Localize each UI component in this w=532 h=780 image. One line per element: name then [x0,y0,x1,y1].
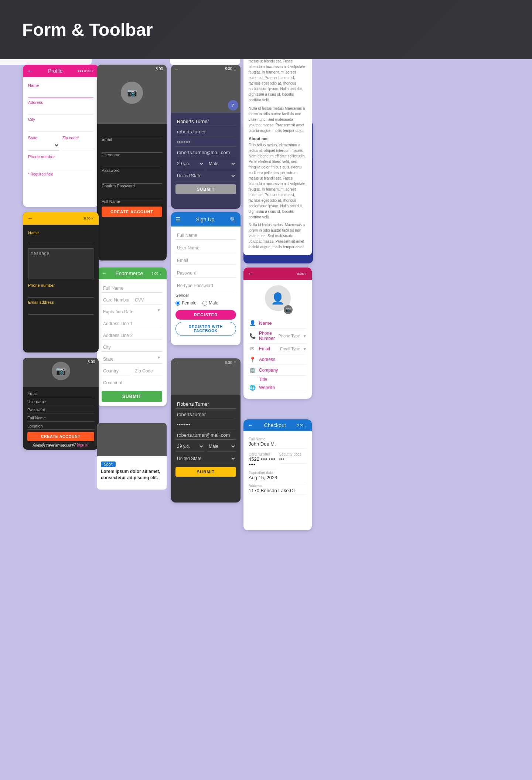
address2-input-5[interactable] [102,330,162,340]
phone-input[interactable] [28,159,93,169]
back-icon[interactable]: ← [27,68,33,74]
name-input-3[interactable] [175,116,236,126]
username-input-3[interactable] [175,126,236,136]
signup-header: ☰ Sign Up 🔍 [171,212,241,226]
camera-badge-12[interactable]: 📷 [284,305,293,314]
confirm-input-2[interactable] [102,173,162,184]
fullname-input-5[interactable] [102,282,162,293]
hero-title: Form & Toolbar [22,20,153,40]
email-input-6[interactable] [28,304,93,315]
fullname-placeholder-2: Full Name [102,199,162,204]
female-radio[interactable] [175,301,180,306]
country-input-5[interactable] [102,365,130,375]
back-icon-12[interactable]: ← [248,270,254,277]
age-select-3[interactable]: 29 y.o. [175,159,204,169]
state-select[interactable] [28,140,59,151]
contact-name-row: 👤 Name [249,318,307,328]
female-option[interactable]: Female [175,300,197,306]
card1-title: Profile [48,68,63,74]
state-label: State [28,136,59,140]
signup-title: Sign Up [196,217,215,222]
contact-address-label: Address [259,357,275,362]
email-input-4[interactable] [175,255,236,265]
gender-select-3[interactable]: Male [207,159,236,169]
status-12: 8:06 [297,272,304,276]
more-icon-5[interactable]: ⋮ [159,272,162,275]
person-icon-12: 👤 [249,320,256,326]
more-icon-13[interactable]: ⋮ [304,423,307,427]
fullname-input-4[interactable] [175,229,236,240]
contact-company-label: Company [259,368,278,373]
username-input-4[interactable] [175,242,236,252]
search-icon-4[interactable]: 🔍 [230,217,236,222]
comment-input-5[interactable] [102,377,162,387]
state-input-5[interactable] [102,353,162,364]
create-account-btn-8[interactable]: CREATE ACCOUNT [27,432,94,441]
address1-input-5[interactable] [102,318,162,328]
back-icon-13[interactable]: ← [248,422,253,428]
message-field-6 [28,248,93,281]
blog-card: Sport Lorem ipsum dolor sit amet, consec… [97,423,167,490]
email-input-3[interactable] [175,147,236,157]
zip-input[interactable] [62,140,94,150]
fullname-field-8: Full Name [27,415,94,422]
email-type-label: Email Type [280,347,300,351]
fullname-input-2[interactable] [102,189,162,199]
back-3[interactable]: ← [175,67,178,71]
card8-bg: 8:00 📷 [23,358,99,387]
exp-label: Expiration date [249,471,307,475]
name-input-6[interactable] [28,235,93,245]
password-input-4[interactable] [175,267,236,277]
username-input-2[interactable] [102,142,162,153]
register-btn[interactable]: REGISTER [175,310,236,320]
card1-header: ← Profile ●●● 8:00 ✓ [23,65,99,77]
name-input-9[interactable] [175,398,236,409]
message-textarea-6[interactable] [28,248,93,279]
submit-btn-5[interactable]: SUBMIT [102,391,162,402]
password-input-2[interactable] [102,158,162,168]
security-label: Security code [279,452,307,456]
about-text: Duis tellus metus, elementum a lectus id… [249,142,307,220]
sign-in-link[interactable]: Sign In [76,443,88,447]
retype-input-4[interactable] [175,280,236,290]
gender-select-9[interactable]: Male [207,441,236,452]
username-input-9[interactable] [175,409,236,419]
age-select-9[interactable]: 29 y.o. [175,441,204,452]
password-input-9[interactable] [175,419,236,429]
country-select-9[interactable]: United State [175,453,236,464]
chevron-email: ▼ [303,347,307,351]
zip-label: Zip code* [62,136,94,140]
cvv-input-5[interactable] [133,294,162,304]
chevron-phone: ▼ [303,334,307,338]
exp-input-5[interactable] [102,306,162,316]
city-input-5[interactable] [102,341,162,352]
city-label: City [28,117,93,122]
male-radio[interactable] [202,301,207,306]
register-fb-btn[interactable]: REGISTER WITH FACEBOOK [175,322,236,336]
username-placeholder-2: Username [102,153,162,157]
name-input[interactable] [28,88,93,98]
title-subrow: Title [249,376,307,382]
name-field-group: Name [28,83,93,98]
card-num-input-5[interactable] [102,294,130,304]
blog-title: Lorem ipsum dolor sit amet, consectetur … [101,469,163,481]
country-select-3[interactable]: United State [175,171,236,181]
address-input[interactable] [28,105,93,115]
fullname-checkout-label: Full Name [249,437,307,441]
email-input-2[interactable] [102,127,162,137]
menu-icon-4[interactable]: ☰ [175,216,181,223]
phone-input-6[interactable] [28,287,93,298]
email-input-9[interactable] [175,429,236,440]
back-9[interactable]: ← [175,361,178,365]
avatar-2: 📷 [121,82,143,104]
email-field-8: Email [27,390,94,397]
create-account-btn[interactable]: CREATE ACCOUNT [102,207,162,217]
password-input-3[interactable] [175,136,236,147]
back-icon-5[interactable]: ← [102,270,107,276]
submit-btn-9[interactable]: SUBMIT [175,467,236,477]
submit-btn-3[interactable]: SUBMIT [175,184,236,194]
male-option[interactable]: Male [202,300,218,306]
city-input[interactable] [28,122,93,132]
zip-input-5[interactable] [133,365,162,375]
back-icon-6[interactable]: ← [27,215,33,222]
